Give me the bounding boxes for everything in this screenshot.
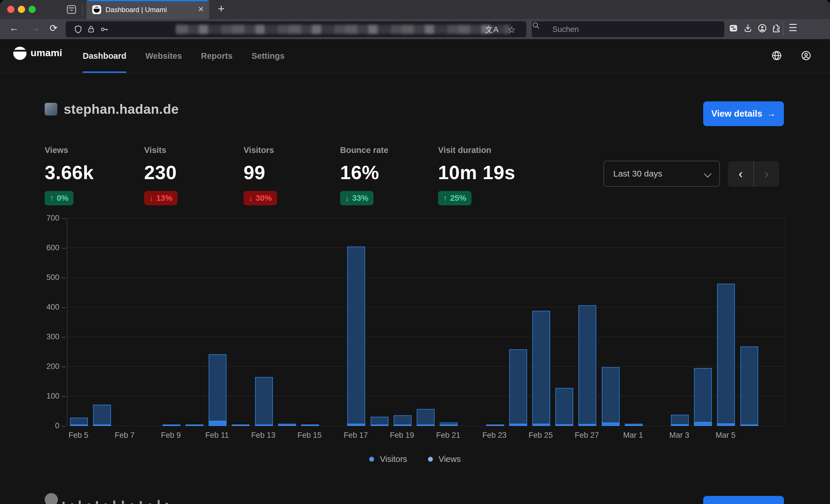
active-tab-indicator	[87, 0, 209, 1]
visitors-bar	[532, 424, 550, 426]
visitors-bar	[740, 425, 758, 426]
window-zoom-button[interactable]	[29, 6, 36, 13]
legend-label: Visitors	[380, 455, 407, 464]
sidebars-icon[interactable]	[729, 23, 738, 33]
lock-icon[interactable]	[87, 25, 95, 34]
y-tick-mark	[62, 248, 66, 248]
view-details-label: View details	[711, 108, 762, 119]
reload-button[interactable]: ⟳	[50, 23, 58, 34]
account-icon[interactable]	[757, 23, 767, 33]
window-minimize-button[interactable]	[18, 6, 25, 13]
umami-logo-icon[interactable]	[13, 47, 27, 60]
status-badge: ↓13%	[144, 191, 178, 205]
visitors-bar	[602, 423, 619, 426]
trend-arrow-icon: ↑	[50, 194, 54, 203]
y-tick-mark	[62, 396, 66, 397]
stat-value: 99	[244, 161, 339, 183]
visitors-bar	[371, 425, 388, 426]
trend-arrow-icon: ↑	[443, 194, 447, 203]
chart-plot	[67, 218, 786, 426]
views-bar	[209, 354, 226, 426]
y-tick-label: 400	[29, 303, 59, 312]
tab-separator	[82, 4, 83, 15]
website-title: stephan.hadan.de	[64, 101, 179, 117]
forward-button[interactable]: →	[30, 23, 40, 33]
next-website-header-clipped	[45, 493, 390, 504]
nav-item-dashboard[interactable]: Dashboard	[83, 39, 126, 73]
visitors-bar	[70, 425, 88, 426]
language-globe-icon[interactable]	[771, 50, 783, 62]
prev-period-button[interactable]: ‹	[728, 161, 753, 187]
search-placeholder: Suchen	[552, 25, 579, 34]
stat-label: Visit duration	[438, 145, 533, 155]
bookmark-star-icon[interactable]: ☆	[508, 24, 516, 35]
visitors-bar	[163, 425, 181, 426]
close-tab-icon[interactable]: ✕	[198, 5, 204, 14]
x-tick-label: Mar 5	[715, 431, 735, 440]
visitors-bar	[417, 425, 435, 426]
y-tick-label: 0	[29, 421, 59, 430]
legend-item-visitors[interactable]: Visitors	[369, 455, 407, 464]
translate-icon[interactable]: 文A	[485, 24, 499, 35]
stat-visit-duration: Visit duration 10m 19s ↑25%	[438, 145, 533, 205]
x-tick-label: Feb 13	[251, 431, 276, 440]
views-bar	[509, 349, 527, 426]
y-tick-mark	[62, 218, 66, 219]
stat-label: Visitors	[244, 145, 339, 155]
url-bar[interactable]: 文A ☆	[66, 21, 526, 37]
views-bar	[602, 367, 619, 426]
x-tick-label: Feb 15	[297, 431, 322, 440]
x-tick-label: Feb 25	[529, 431, 553, 440]
theme-moon-icon[interactable]	[742, 50, 755, 62]
visitors-bar	[578, 424, 596, 426]
trend-arrow-icon: ↓	[149, 194, 153, 203]
tab-bar: Dashboard | Umami ✕ +	[0, 0, 830, 19]
legend-item-views[interactable]: Views	[428, 455, 461, 464]
status-badge: ↓30%	[244, 191, 277, 205]
window-close-button[interactable]	[7, 6, 14, 13]
visitors-bar	[232, 425, 250, 426]
gridline	[67, 277, 785, 278]
status-badge: ↑0%	[45, 191, 73, 205]
back-button[interactable]: ←	[9, 23, 19, 33]
browser-tab[interactable]: Dashboard | Umami ✕	[87, 0, 209, 19]
stat-label: Visits	[144, 145, 239, 155]
visitors-bar	[394, 425, 412, 426]
toolbar-separator	[783, 22, 783, 36]
y-tick-label: 100	[29, 392, 59, 401]
nav-links: Dashboard Websites Reports Settings	[83, 39, 284, 73]
views-bar	[555, 388, 573, 426]
new-tab-button[interactable]: +	[218, 2, 224, 15]
next-view-details-button-clipped[interactable]	[703, 496, 784, 504]
gridline	[67, 337, 785, 337]
date-range-select[interactable]: Last 30 days	[604, 161, 720, 187]
chevron-down-icon	[705, 171, 711, 177]
stat-value: 16%	[340, 161, 435, 183]
visitors-bar	[717, 423, 735, 426]
brand-name[interactable]: umami	[31, 47, 62, 59]
visitors-bar	[555, 424, 573, 426]
views-bar	[717, 284, 735, 426]
browser-window: Dashboard | Umami ✕ + ← → ⟳ 文A ☆	[0, 0, 830, 504]
status-badge: ↑25%	[438, 191, 472, 205]
view-details-button[interactable]: View details →	[703, 101, 784, 126]
nav-item-websites[interactable]: Websites	[145, 39, 182, 73]
nav-item-reports[interactable]: Reports	[201, 39, 232, 73]
next-period-button[interactable]: ›	[754, 161, 779, 187]
browser-toolbar: ← → ⟳ 文A ☆ Suchen	[0, 19, 830, 39]
key-icon[interactable]	[100, 25, 109, 34]
menu-icon[interactable]: ☰	[789, 22, 797, 33]
x-tick-label: Feb 9	[161, 431, 181, 440]
downloads-icon[interactable]	[743, 23, 753, 33]
umami-favicon-icon	[92, 5, 101, 14]
extensions-icon[interactable]	[772, 23, 781, 33]
nav-item-settings[interactable]: Settings	[252, 39, 284, 73]
profile-icon[interactable]	[801, 50, 813, 62]
firefox-view-icon[interactable]	[67, 5, 76, 14]
visitors-bar	[347, 424, 365, 426]
search-bar[interactable]: Suchen	[532, 21, 724, 37]
views-bar	[417, 409, 435, 426]
date-range-label: Last 30 days	[613, 169, 662, 178]
stat-visitors: Visitors 99 ↓30%	[244, 145, 339, 205]
shield-icon[interactable]	[74, 25, 83, 34]
